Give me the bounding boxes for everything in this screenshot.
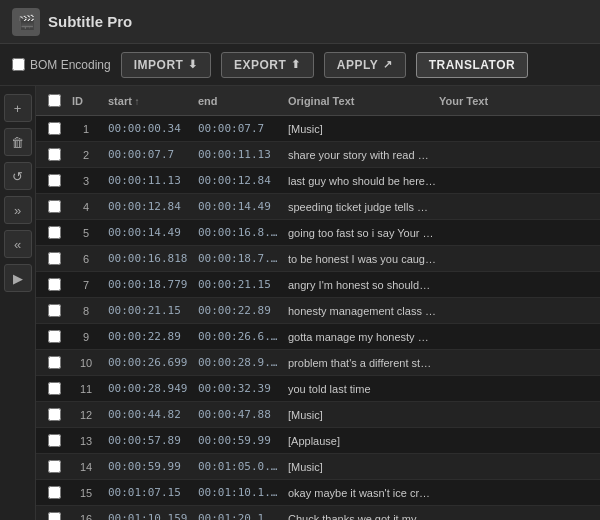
row-checkbox[interactable] <box>48 148 61 161</box>
row-end: 00:01:10.1... <box>194 486 284 499</box>
bom-encoding-checkbox[interactable] <box>12 58 25 71</box>
row-end: 00:00:14.49 <box>194 200 284 213</box>
row-checkbox[interactable] <box>48 434 61 447</box>
youtube-button[interactable]: ▶ <box>4 264 32 292</box>
row-checkbox-cell[interactable] <box>40 408 68 421</box>
row-id: 4 <box>68 201 104 213</box>
row-original: [Applause] <box>284 435 440 447</box>
row-original: speeding ticket judge tells me ... <box>284 201 440 213</box>
row-checkbox[interactable] <box>48 278 61 291</box>
row-checkbox[interactable] <box>48 408 61 421</box>
row-start: 00:00:12.84 <box>104 200 194 213</box>
table-header: ID start end Original Text Your Text <box>36 86 600 116</box>
header: 🎬 Subtitle Pro <box>0 0 600 44</box>
content-area: + 🗑 ↺ » « ▶ ID start end Original Text Y… <box>0 86 600 520</box>
row-id: 14 <box>68 461 104 473</box>
row-checkbox[interactable] <box>48 330 61 343</box>
row-id: 13 <box>68 435 104 447</box>
apply-label: APPLY <box>337 58 378 72</box>
table-row: 15 00:01:07.15 00:01:10.1... okay maybe … <box>36 480 600 506</box>
row-end: 00:00:11.13 <box>194 148 284 161</box>
row-checkbox-cell[interactable] <box>40 434 68 447</box>
row-checkbox-cell[interactable] <box>40 226 68 239</box>
row-checkbox-cell[interactable] <box>40 460 68 473</box>
row-checkbox-cell[interactable] <box>40 304 68 317</box>
row-original: Chuck thanks we got it my ho... <box>284 513 440 521</box>
row-id: 16 <box>68 513 104 521</box>
toolbar: BOM Encoding IMPORT ⬇ EXPORT ⬆ APPLY ↗ T… <box>0 44 600 86</box>
translator-label: TRANSLATOR <box>429 58 516 72</box>
row-checkbox-cell[interactable] <box>40 200 68 213</box>
row-id: 11 <box>68 383 104 395</box>
row-end: 00:00:32.39 <box>194 382 284 395</box>
row-checkbox[interactable] <box>48 226 61 239</box>
main-panel: ID start end Original Text Your Text 1 0… <box>36 86 600 520</box>
row-start: 00:00:59.99 <box>104 460 194 473</box>
row-start: 00:00:57.89 <box>104 434 194 447</box>
bom-encoding-label[interactable]: BOM Encoding <box>12 58 111 72</box>
row-checkbox[interactable] <box>48 486 61 499</box>
row-start: 00:00:11.13 <box>104 174 194 187</box>
translator-button[interactable]: TRANSLATOR <box>416 52 529 78</box>
apply-button[interactable]: APPLY ↗ <box>324 52 406 78</box>
row-start: 00:00:26.699 <box>104 356 194 369</box>
row-checkbox[interactable] <box>48 460 61 473</box>
row-original: going too fast so i say Your Ho... <box>284 227 440 239</box>
table-row: 13 00:00:57.89 00:00:59.99 [Applause] <box>36 428 600 454</box>
row-checkbox[interactable] <box>48 356 61 369</box>
row-checkbox[interactable] <box>48 174 61 187</box>
row-checkbox[interactable] <box>48 200 61 213</box>
row-original: okay maybe it wasn't ice crea... <box>284 487 440 499</box>
row-original: problem that's a different stor... <box>284 357 440 369</box>
back-button[interactable]: « <box>4 230 32 258</box>
row-original: [Music] <box>284 409 440 421</box>
row-end: 00:00:21.15 <box>194 278 284 291</box>
row-start: 00:00:18.779 <box>104 278 194 291</box>
col-header-check <box>40 94 68 107</box>
table-row: 14 00:00:59.99 00:01:05.0... [Music] <box>36 454 600 480</box>
row-end: 00:00:18.7... <box>194 252 284 265</box>
row-checkbox-cell[interactable] <box>40 486 68 499</box>
refresh-button[interactable]: ↺ <box>4 162 32 190</box>
row-id: 3 <box>68 175 104 187</box>
row-checkbox-cell[interactable] <box>40 122 68 135</box>
row-checkbox-cell[interactable] <box>40 252 68 265</box>
forward-button[interactable]: » <box>4 196 32 224</box>
row-id: 8 <box>68 305 104 317</box>
col-header-original: Original Text <box>284 95 435 107</box>
table-row: 6 00:00:16.818 00:00:18.7... to be hones… <box>36 246 600 272</box>
row-checkbox-cell[interactable] <box>40 174 68 187</box>
table-row: 10 00:00:26.699 00:00:28.9... problem th… <box>36 350 600 376</box>
import-button[interactable]: IMPORT ⬇ <box>121 52 211 78</box>
col-header-start[interactable]: start <box>104 95 194 107</box>
row-original: to be honest I was you caught ... <box>284 253 440 265</box>
row-end: 00:00:26.6... <box>194 330 284 343</box>
apply-icon: ↗ <box>383 58 393 71</box>
select-all-checkbox[interactable] <box>48 94 61 107</box>
row-checkbox[interactable] <box>48 304 61 317</box>
row-checkbox-cell[interactable] <box>40 278 68 291</box>
row-checkbox-cell[interactable] <box>40 330 68 343</box>
row-checkbox-cell[interactable] <box>40 148 68 161</box>
row-id: 9 <box>68 331 104 343</box>
table-row: 8 00:00:21.15 00:00:22.89 honesty manage… <box>36 298 600 324</box>
row-checkbox[interactable] <box>48 512 61 520</box>
row-checkbox-cell[interactable] <box>40 512 68 520</box>
row-checkbox-cell[interactable] <box>40 382 68 395</box>
row-checkbox-cell[interactable] <box>40 356 68 369</box>
row-checkbox[interactable] <box>48 122 61 135</box>
row-checkbox[interactable] <box>48 382 61 395</box>
row-start: 00:00:44.82 <box>104 408 194 421</box>
table-body: 1 00:00:00.34 00:00:07.7 [Music] 2 00:00… <box>36 116 600 520</box>
row-end: 00:00:47.88 <box>194 408 284 421</box>
delete-button[interactable]: 🗑 <box>4 128 32 156</box>
add-button[interactable]: + <box>4 94 32 122</box>
table-row: 4 00:00:12.84 00:00:14.49 speeding ticke… <box>36 194 600 220</box>
export-button[interactable]: EXPORT ⬆ <box>221 52 314 78</box>
row-end: 00:00:12.84 <box>194 174 284 187</box>
row-end: 00:00:28.9... <box>194 356 284 369</box>
row-checkbox[interactable] <box>48 252 61 265</box>
row-id: 10 <box>68 357 104 369</box>
export-icon: ⬆ <box>291 58 301 71</box>
row-start: 00:00:21.15 <box>104 304 194 317</box>
